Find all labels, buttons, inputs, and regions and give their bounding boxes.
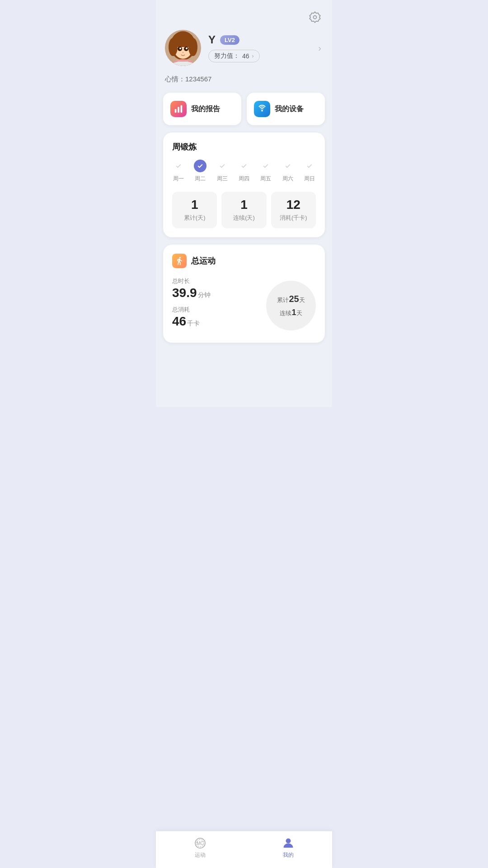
svg-point-12 xyxy=(186,47,188,49)
badge-accumulate-text: 累计25天 xyxy=(277,292,305,306)
day-5: 周五 xyxy=(259,160,272,183)
total-duration: 总时长 39.9分钟 xyxy=(172,277,262,300)
device-icon xyxy=(254,101,270,117)
level-badge: LV2 xyxy=(220,35,239,45)
day-2: 周二 xyxy=(194,160,206,183)
svg-point-11 xyxy=(179,47,181,49)
report-icon xyxy=(170,101,187,117)
stat-streak-value: 1 xyxy=(227,198,261,212)
effort-label: 努力值： xyxy=(214,52,239,60)
stat-calories: 12 消耗(千卡) xyxy=(271,192,316,228)
stat-calories-value: 12 xyxy=(277,198,310,212)
svg-rect-16 xyxy=(181,105,183,113)
device-card[interactable]: 我的设备 xyxy=(247,93,325,125)
stat-accumulate-value: 1 xyxy=(178,198,211,212)
report-card[interactable]: 我的报告 xyxy=(163,93,241,125)
day-3-label: 周三 xyxy=(217,175,228,183)
effort-pill[interactable]: 努力值： 46 › xyxy=(208,50,260,62)
mood-label: 心情： xyxy=(165,75,185,83)
day-2-label: 周二 xyxy=(195,175,206,183)
top-bar xyxy=(156,0,332,30)
profile-chevron[interactable]: › xyxy=(316,43,323,53)
report-label: 我的报告 xyxy=(191,104,220,114)
effort-value: 46 xyxy=(242,52,249,60)
day-4-label: 周四 xyxy=(239,175,249,183)
total-calories-label: 总消耗 xyxy=(172,306,262,314)
day-4: 周四 xyxy=(238,160,250,183)
day-4-check xyxy=(238,160,250,172)
settings-icon[interactable] xyxy=(307,9,323,25)
total-content: 总时长 39.9分钟 总消耗 46千卡 累计25天 连续1天 xyxy=(172,277,316,334)
total-icon xyxy=(172,254,187,268)
total-card: 总运动 总时长 39.9分钟 总消耗 46千卡 xyxy=(163,245,325,343)
profile-name: Y xyxy=(208,33,216,46)
day-5-label: 周五 xyxy=(260,175,271,183)
stat-calories-unit: 消耗(千卡) xyxy=(277,214,310,222)
mood-value: 1234567 xyxy=(185,75,211,83)
stat-streak-unit: 连续(天) xyxy=(227,214,261,222)
mood-row: 心情：1234567 xyxy=(156,75,332,93)
svg-point-17 xyxy=(261,110,263,112)
day-1-label: 周一 xyxy=(173,175,184,183)
svg-marker-0 xyxy=(310,12,320,22)
circular-badge: 累计25天 连续1天 xyxy=(266,281,316,330)
svg-rect-14 xyxy=(175,109,177,113)
total-duration-label: 总时长 xyxy=(172,277,262,285)
profile-info: Y LV2 努力值： 46 › xyxy=(208,33,316,62)
quick-cards: 我的报告 我的设备 xyxy=(156,93,332,132)
stat-accumulate: 1 累计(天) xyxy=(172,192,217,228)
stat-accumulate-unit: 累计(天) xyxy=(178,214,211,222)
day-5-check xyxy=(259,160,272,172)
day-7-label: 周日 xyxy=(304,175,315,183)
total-title: 总运动 xyxy=(191,255,216,266)
total-stats: 总时长 39.9分钟 总消耗 46千卡 xyxy=(172,277,262,334)
day-3-check xyxy=(216,160,229,172)
svg-rect-8 xyxy=(175,42,191,47)
week-days: 周一 周二 周三 周四 xyxy=(172,160,316,183)
total-calories: 总消耗 46千卡 xyxy=(172,306,262,329)
device-label: 我的设备 xyxy=(275,104,304,114)
effort-arrow: › xyxy=(252,53,254,59)
day-6: 周六 xyxy=(282,160,294,183)
day-7: 周日 xyxy=(303,160,316,183)
svg-rect-15 xyxy=(178,107,179,113)
weekly-card: 周锻炼 周一 周二 周三 xyxy=(163,132,325,237)
day-6-label: 周六 xyxy=(282,175,293,183)
badge-streak-text: 连续1天 xyxy=(280,306,302,319)
day-1: 周一 xyxy=(172,160,185,183)
stat-streak: 1 连续(天) xyxy=(221,192,266,228)
day-3: 周三 xyxy=(216,160,229,183)
total-calories-value: 46千卡 xyxy=(172,315,262,329)
weekly-stats: 1 累计(天) 1 连续(天) 12 消耗(千卡) xyxy=(172,192,316,228)
profile-section: Y LV2 努力值： 46 › › xyxy=(156,30,332,75)
day-7-check xyxy=(303,160,316,172)
total-duration-value: 39.9分钟 xyxy=(172,286,262,300)
svg-point-1 xyxy=(314,16,317,19)
day-1-check xyxy=(172,160,185,172)
day-6-check xyxy=(282,160,294,172)
weekly-title: 周锻炼 xyxy=(172,142,316,152)
svg-point-13 xyxy=(183,52,184,53)
avatar[interactable] xyxy=(165,30,201,66)
total-title-row: 总运动 xyxy=(172,254,316,268)
day-2-check xyxy=(194,160,206,172)
